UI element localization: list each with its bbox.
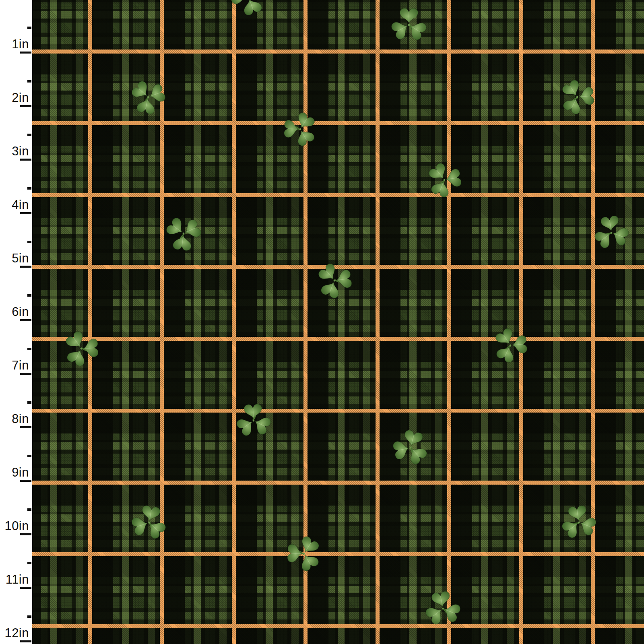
half-inch-tick-mark <box>27 80 31 83</box>
shamrock-print <box>423 158 466 202</box>
half-inch-tick-mark <box>27 27 31 29</box>
shamrock-print <box>555 498 603 547</box>
ruler-inch-label: 2in <box>12 91 29 104</box>
inch-tick-mark <box>20 640 31 642</box>
half-inch-tick-mark <box>27 508 31 511</box>
shamrock-print <box>390 6 428 44</box>
half-inch-tick-mark <box>27 562 31 564</box>
inch-tick-mark <box>20 319 31 321</box>
ruler-inch-label: 9in <box>12 466 29 479</box>
shamrock-print <box>158 208 209 259</box>
shamrock-print <box>490 325 531 366</box>
half-inch-tick-mark <box>27 455 31 457</box>
ruler-inch-label: 5in <box>12 252 29 265</box>
half-inch-tick-mark <box>27 615 31 618</box>
half-inch-tick-mark <box>27 134 31 136</box>
inch-tick-mark <box>20 105 31 107</box>
inch-tick-mark <box>20 426 31 428</box>
inch-tick-mark <box>20 533 31 535</box>
ruler-inch-label: 7in <box>12 359 29 372</box>
shamrock-print <box>307 253 361 308</box>
inch-tick-mark <box>20 266 31 268</box>
shamrock-print <box>275 104 326 155</box>
shamrock-print <box>54 322 108 376</box>
inch-ruler: 1in2in3in4in5in6in7in8in9in10in11in12in <box>0 0 32 644</box>
inch-tick-mark <box>20 212 31 214</box>
ruler-inch-label: 10in <box>4 520 29 533</box>
shamrock-print <box>124 73 172 121</box>
ruler-inch-label: 11in <box>6 573 29 586</box>
half-inch-tick-mark <box>27 294 31 297</box>
half-inch-tick-mark <box>27 348 31 350</box>
ruler-inch-label: 12in <box>4 627 29 640</box>
shamrock-print <box>557 76 598 118</box>
half-inch-tick-mark <box>27 401 31 404</box>
inch-tick-mark <box>20 480 31 482</box>
ruler-inch-label: 3in <box>12 145 29 158</box>
inch-tick-mark <box>20 587 31 589</box>
shamrock-print <box>587 208 636 257</box>
plaid-fabric <box>32 0 644 644</box>
half-inch-tick-mark <box>27 241 31 243</box>
ruler-inch-label: 8in <box>12 413 29 425</box>
shamrock-print <box>420 586 465 631</box>
fabric-swatch-image: 1in2in3in4in5in6in7in8in9in10in11in12in <box>0 0 644 644</box>
shamrock-print <box>127 500 171 545</box>
inch-tick-mark <box>20 159 31 161</box>
shamrock-print <box>387 424 434 471</box>
shamrock-print <box>278 527 330 580</box>
shamrock-print <box>227 394 280 447</box>
ruler-inch-label: 4in <box>12 198 29 211</box>
ruler-inch-label: 1in <box>12 38 29 51</box>
shamrock-print <box>224 0 273 23</box>
inch-tick-mark <box>20 373 31 375</box>
half-inch-tick-mark <box>27 187 31 190</box>
inch-tick-mark <box>20 52 31 54</box>
ruler-inch-label: 6in <box>12 305 29 318</box>
